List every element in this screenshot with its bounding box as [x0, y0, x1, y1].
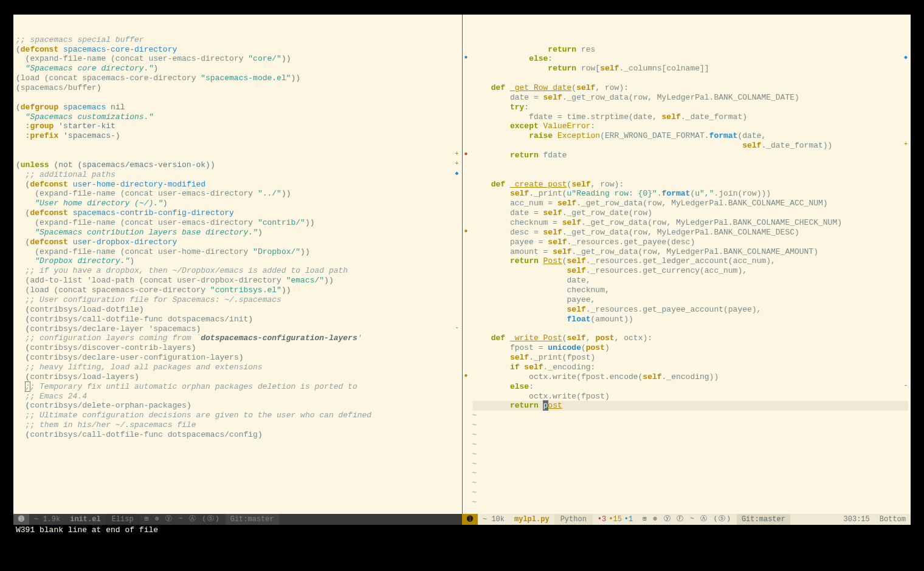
- left-diff-gutter: ++◆-: [453, 15, 462, 514]
- buffer-name[interactable]: mylpl.py: [509, 514, 554, 525]
- minor-mode-icons[interactable]: ⊞ ⊛ ⓨ Ⓕ ~ Ⓐ (ⓢ): [638, 514, 737, 525]
- lint-summary[interactable]: •3 •15 •1: [593, 514, 638, 525]
- minor-mode-icons[interactable]: ⊞ ⊛ ⓨ ~ Ⓐ (ⓢ): [140, 514, 226, 525]
- right-code-area[interactable]: return res else: return row[self._column…: [463, 44, 911, 508]
- vcs-branch[interactable]: Git:master: [226, 514, 279, 525]
- major-mode[interactable]: Python: [554, 514, 593, 525]
- editor-root: ;; spacemacs special buffer(defconst spa…: [0, 0, 924, 571]
- modelines: ➊ ~ 1.9k init.el Elisp ⊞ ⊛ ⓨ ~ Ⓐ (ⓢ) Git…: [13, 514, 911, 525]
- lint-error-count: •3: [598, 515, 606, 524]
- major-mode[interactable]: Elisp: [106, 514, 140, 525]
- split-panes: ;; spacemacs special buffer(defconst spa…: [13, 15, 911, 514]
- lint-warn-count: •15: [609, 515, 622, 524]
- scroll-position: Bottom: [875, 514, 911, 525]
- right-diff-gutter: ◆+-: [902, 15, 911, 514]
- evil-state-indicator: ➊: [13, 514, 29, 525]
- modeline-right[interactable]: ➊ ~ 10k mylpl.py Python •3 •15 •1 ⊞ ⊛ ⓨ …: [462, 514, 911, 525]
- lint-info-count: •1: [624, 515, 633, 524]
- cursor-position: 303:15: [839, 514, 875, 525]
- buffer-name[interactable]: init.el: [65, 514, 105, 525]
- evil-state-indicator: ➊: [462, 514, 478, 525]
- left-code-area[interactable]: ;; spacemacs special buffer(defconst spa…: [13, 34, 462, 441]
- vcs-branch[interactable]: Git:master: [737, 514, 790, 525]
- modeline-left[interactable]: ➊ ~ 1.9k init.el Elisp ⊞ ⊛ ⓨ ~ Ⓐ (ⓢ) Git…: [13, 514, 462, 525]
- buffer-size: ~ 1.9k: [29, 514, 65, 525]
- right-lint-gutter: ●●●●: [463, 15, 471, 514]
- right-pane[interactable]: ●●●● return res else: return row[self._c…: [463, 15, 911, 514]
- minibuffer[interactable]: W391 blank line at end of file: [13, 525, 911, 536]
- left-pane[interactable]: ;; spacemacs special buffer(defconst spa…: [13, 15, 463, 514]
- buffer-size: ~ 10k: [478, 514, 509, 525]
